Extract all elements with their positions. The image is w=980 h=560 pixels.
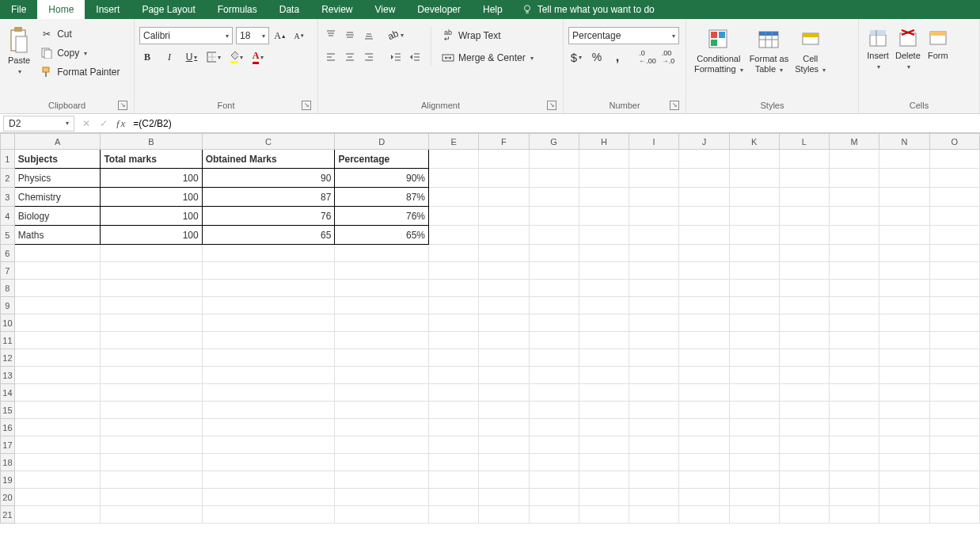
col-header-J[interactable]: J [679,134,729,150]
cell-I2[interactable] [629,169,679,188]
cell-L18[interactable] [779,454,829,471]
decrease-indent-button[interactable] [388,49,404,65]
format-painter-button[interactable]: Format Painter [36,63,123,81]
cell-H5[interactable] [579,226,629,245]
cell-I4[interactable] [629,207,679,226]
copy-button[interactable]: Copy▾ [36,44,123,62]
cell-L6[interactable] [779,245,829,262]
cell-I13[interactable] [629,367,679,384]
cell-I7[interactable] [629,262,679,280]
cell-A6[interactable] [14,245,101,262]
cell-J18[interactable] [679,454,729,471]
delete-cells-button[interactable]: Delete▾ [892,25,924,74]
cell-F14[interactable] [479,384,529,402]
cell-D19[interactable] [335,471,429,489]
cell-O4[interactable] [929,207,979,226]
cell-C4[interactable]: 76 [202,207,335,226]
cell-D15[interactable] [335,402,429,419]
cell-I11[interactable] [629,332,679,349]
cell-J11[interactable] [679,332,729,349]
cell-L4[interactable] [779,207,829,226]
cell-G7[interactable] [529,262,579,280]
cell-O6[interactable] [929,245,979,262]
cell-G9[interactable] [529,297,579,314]
col-header-E[interactable]: E [429,134,479,150]
tab-view[interactable]: View [364,0,407,19]
cell-I20[interactable] [629,489,679,506]
cell-D8[interactable] [335,280,429,297]
col-header-N[interactable]: N [879,134,929,150]
cell-E10[interactable] [429,314,479,332]
cell-D4[interactable]: 76% [335,207,429,226]
cell-I9[interactable] [629,297,679,314]
cell-J17[interactable] [679,436,729,454]
cell-L1[interactable] [779,150,829,169]
align-top-button[interactable] [323,27,339,43]
cell-E6[interactable] [429,245,479,262]
cell-J15[interactable] [679,402,729,419]
cell-K11[interactable] [729,332,779,349]
cell-I17[interactable] [629,436,679,454]
percent-format-button[interactable]: % [589,49,605,65]
cell-K17[interactable] [729,436,779,454]
cell-O20[interactable] [929,489,979,506]
row-header-3[interactable]: 3 [1,188,15,207]
cell-C21[interactable] [202,506,335,524]
cell-B14[interactable] [101,384,202,402]
cell-C15[interactable] [202,402,335,419]
cell-N9[interactable] [879,297,929,314]
cell-C7[interactable] [202,262,335,280]
cell-F7[interactable] [479,262,529,280]
cell-G13[interactable] [529,367,579,384]
cell-J10[interactable] [679,314,729,332]
row-header-18[interactable]: 18 [1,454,15,471]
bold-button[interactable]: B [139,49,155,65]
cell-H18[interactable] [579,454,629,471]
number-launcher[interactable]: ↘ [670,101,679,110]
cell-L12[interactable] [779,349,829,367]
cell-C3[interactable]: 87 [202,188,335,207]
cell-I3[interactable] [629,188,679,207]
cell-K10[interactable] [729,314,779,332]
cell-F16[interactable] [479,419,529,436]
cell-J7[interactable] [679,262,729,280]
cell-O14[interactable] [929,384,979,402]
row-header-9[interactable]: 9 [1,297,15,314]
cell-I6[interactable] [629,245,679,262]
cell-N2[interactable] [879,169,929,188]
cell-L7[interactable] [779,262,829,280]
cell-B17[interactable] [101,436,202,454]
cell-M1[interactable] [830,150,879,169]
cell-F17[interactable] [479,436,529,454]
cell-H1[interactable] [579,150,629,169]
cell-H13[interactable] [579,367,629,384]
cell-A12[interactable] [14,349,101,367]
cell-E4[interactable] [429,207,479,226]
cell-I16[interactable] [629,419,679,436]
cell-C9[interactable] [202,297,335,314]
increase-font-button[interactable]: A▲ [272,28,288,44]
cell-M12[interactable] [830,349,879,367]
tell-me-search[interactable]: Tell me what you want to do [522,4,655,15]
cell-F18[interactable] [479,454,529,471]
comma-format-button[interactable]: , [610,49,625,65]
cell-F15[interactable] [479,402,529,419]
italic-button[interactable]: I [161,49,177,65]
cell-A7[interactable] [14,262,101,280]
align-right-button[interactable] [361,49,377,65]
cell-F1[interactable] [479,150,529,169]
cell-F13[interactable] [479,367,529,384]
col-header-L[interactable]: L [779,134,829,150]
cell-F10[interactable] [479,314,529,332]
cell-E15[interactable] [429,402,479,419]
cell-H4[interactable] [579,207,629,226]
cell-I12[interactable] [629,349,679,367]
row-header-16[interactable]: 16 [1,419,15,436]
cell-F6[interactable] [479,245,529,262]
cell-B1[interactable]: Total marks [101,150,202,169]
tab-developer[interactable]: Developer [406,0,472,19]
cell-J16[interactable] [679,419,729,436]
cell-D18[interactable] [335,454,429,471]
col-header-M[interactable]: M [830,134,879,150]
cell-H15[interactable] [579,402,629,419]
